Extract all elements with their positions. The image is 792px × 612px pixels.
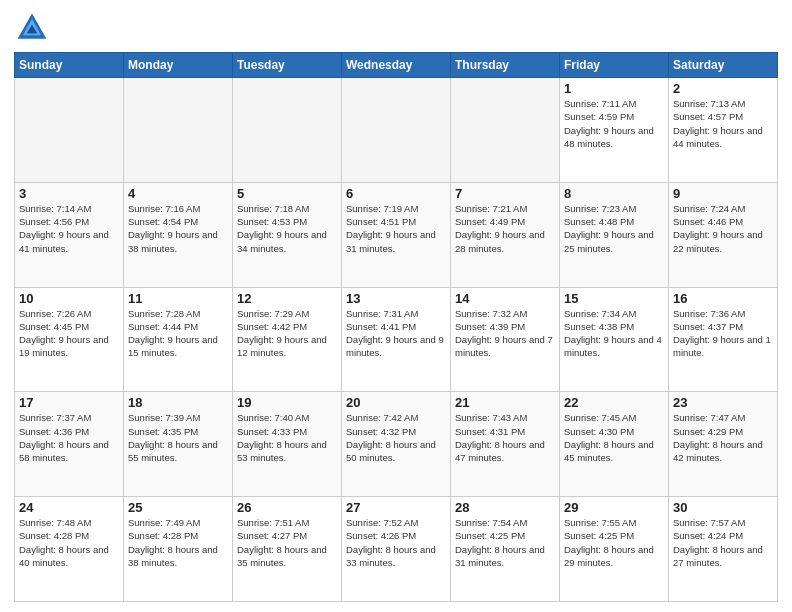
day-number: 8 — [564, 186, 664, 201]
day-info: Sunrise: 7:52 AM Sunset: 4:26 PM Dayligh… — [346, 516, 446, 569]
day-number: 17 — [19, 395, 119, 410]
calendar-cell: 23Sunrise: 7:47 AM Sunset: 4:29 PM Dayli… — [669, 392, 778, 497]
day-number: 29 — [564, 500, 664, 515]
calendar-cell: 16Sunrise: 7:36 AM Sunset: 4:37 PM Dayli… — [669, 287, 778, 392]
calendar-cell: 21Sunrise: 7:43 AM Sunset: 4:31 PM Dayli… — [451, 392, 560, 497]
day-number: 9 — [673, 186, 773, 201]
calendar-cell: 15Sunrise: 7:34 AM Sunset: 4:38 PM Dayli… — [560, 287, 669, 392]
calendar-cell: 7Sunrise: 7:21 AM Sunset: 4:49 PM Daylig… — [451, 182, 560, 287]
day-info: Sunrise: 7:34 AM Sunset: 4:38 PM Dayligh… — [564, 307, 664, 360]
day-info: Sunrise: 7:16 AM Sunset: 4:54 PM Dayligh… — [128, 202, 228, 255]
calendar-cell: 18Sunrise: 7:39 AM Sunset: 4:35 PM Dayli… — [124, 392, 233, 497]
calendar-cell: 10Sunrise: 7:26 AM Sunset: 4:45 PM Dayli… — [15, 287, 124, 392]
day-number: 11 — [128, 291, 228, 306]
day-info: Sunrise: 7:32 AM Sunset: 4:39 PM Dayligh… — [455, 307, 555, 360]
calendar-cell: 1Sunrise: 7:11 AM Sunset: 4:59 PM Daylig… — [560, 78, 669, 183]
day-number: 19 — [237, 395, 337, 410]
day-number: 12 — [237, 291, 337, 306]
calendar-cell: 12Sunrise: 7:29 AM Sunset: 4:42 PM Dayli… — [233, 287, 342, 392]
day-info: Sunrise: 7:29 AM Sunset: 4:42 PM Dayligh… — [237, 307, 337, 360]
day-number: 6 — [346, 186, 446, 201]
day-number: 1 — [564, 81, 664, 96]
calendar-cell: 3Sunrise: 7:14 AM Sunset: 4:56 PM Daylig… — [15, 182, 124, 287]
calendar-cell: 14Sunrise: 7:32 AM Sunset: 4:39 PM Dayli… — [451, 287, 560, 392]
day-number: 16 — [673, 291, 773, 306]
calendar-cell: 19Sunrise: 7:40 AM Sunset: 4:33 PM Dayli… — [233, 392, 342, 497]
calendar-cell: 9Sunrise: 7:24 AM Sunset: 4:46 PM Daylig… — [669, 182, 778, 287]
calendar-cell — [451, 78, 560, 183]
day-number: 13 — [346, 291, 446, 306]
day-number: 22 — [564, 395, 664, 410]
day-number: 23 — [673, 395, 773, 410]
day-number: 2 — [673, 81, 773, 96]
day-info: Sunrise: 7:13 AM Sunset: 4:57 PM Dayligh… — [673, 97, 773, 150]
day-number: 3 — [19, 186, 119, 201]
day-info: Sunrise: 7:31 AM Sunset: 4:41 PM Dayligh… — [346, 307, 446, 360]
header — [14, 10, 778, 46]
day-info: Sunrise: 7:37 AM Sunset: 4:36 PM Dayligh… — [19, 411, 119, 464]
calendar-cell: 27Sunrise: 7:52 AM Sunset: 4:26 PM Dayli… — [342, 497, 451, 602]
day-info: Sunrise: 7:48 AM Sunset: 4:28 PM Dayligh… — [19, 516, 119, 569]
calendar-cell: 13Sunrise: 7:31 AM Sunset: 4:41 PM Dayli… — [342, 287, 451, 392]
day-number: 28 — [455, 500, 555, 515]
day-number: 15 — [564, 291, 664, 306]
day-info: Sunrise: 7:11 AM Sunset: 4:59 PM Dayligh… — [564, 97, 664, 150]
day-info: Sunrise: 7:57 AM Sunset: 4:24 PM Dayligh… — [673, 516, 773, 569]
calendar-table: SundayMondayTuesdayWednesdayThursdayFrid… — [14, 52, 778, 602]
day-number: 5 — [237, 186, 337, 201]
day-number: 26 — [237, 500, 337, 515]
calendar-cell: 29Sunrise: 7:55 AM Sunset: 4:25 PM Dayli… — [560, 497, 669, 602]
day-header-saturday: Saturday — [669, 53, 778, 78]
day-info: Sunrise: 7:42 AM Sunset: 4:32 PM Dayligh… — [346, 411, 446, 464]
day-info: Sunrise: 7:19 AM Sunset: 4:51 PM Dayligh… — [346, 202, 446, 255]
day-info: Sunrise: 7:36 AM Sunset: 4:37 PM Dayligh… — [673, 307, 773, 360]
day-number: 30 — [673, 500, 773, 515]
day-info: Sunrise: 7:47 AM Sunset: 4:29 PM Dayligh… — [673, 411, 773, 464]
calendar-cell: 11Sunrise: 7:28 AM Sunset: 4:44 PM Dayli… — [124, 287, 233, 392]
calendar-cell — [233, 78, 342, 183]
day-header-tuesday: Tuesday — [233, 53, 342, 78]
calendar-cell: 2Sunrise: 7:13 AM Sunset: 4:57 PM Daylig… — [669, 78, 778, 183]
calendar-cell: 22Sunrise: 7:45 AM Sunset: 4:30 PM Dayli… — [560, 392, 669, 497]
day-info: Sunrise: 7:21 AM Sunset: 4:49 PM Dayligh… — [455, 202, 555, 255]
day-info: Sunrise: 7:51 AM Sunset: 4:27 PM Dayligh… — [237, 516, 337, 569]
calendar-cell: 20Sunrise: 7:42 AM Sunset: 4:32 PM Dayli… — [342, 392, 451, 497]
calendar-cell: 25Sunrise: 7:49 AM Sunset: 4:28 PM Dayli… — [124, 497, 233, 602]
calendar-cell — [15, 78, 124, 183]
day-number: 21 — [455, 395, 555, 410]
day-number: 4 — [128, 186, 228, 201]
day-info: Sunrise: 7:26 AM Sunset: 4:45 PM Dayligh… — [19, 307, 119, 360]
day-info: Sunrise: 7:18 AM Sunset: 4:53 PM Dayligh… — [237, 202, 337, 255]
day-info: Sunrise: 7:45 AM Sunset: 4:30 PM Dayligh… — [564, 411, 664, 464]
calendar-cell: 17Sunrise: 7:37 AM Sunset: 4:36 PM Dayli… — [15, 392, 124, 497]
day-info: Sunrise: 7:49 AM Sunset: 4:28 PM Dayligh… — [128, 516, 228, 569]
calendar-cell: 28Sunrise: 7:54 AM Sunset: 4:25 PM Dayli… — [451, 497, 560, 602]
day-header-sunday: Sunday — [15, 53, 124, 78]
day-info: Sunrise: 7:40 AM Sunset: 4:33 PM Dayligh… — [237, 411, 337, 464]
week-row-0: 1Sunrise: 7:11 AM Sunset: 4:59 PM Daylig… — [15, 78, 778, 183]
day-header-friday: Friday — [560, 53, 669, 78]
week-row-4: 24Sunrise: 7:48 AM Sunset: 4:28 PM Dayli… — [15, 497, 778, 602]
day-info: Sunrise: 7:23 AM Sunset: 4:48 PM Dayligh… — [564, 202, 664, 255]
page: SundayMondayTuesdayWednesdayThursdayFrid… — [0, 0, 792, 612]
day-info: Sunrise: 7:54 AM Sunset: 4:25 PM Dayligh… — [455, 516, 555, 569]
week-row-1: 3Sunrise: 7:14 AM Sunset: 4:56 PM Daylig… — [15, 182, 778, 287]
week-row-2: 10Sunrise: 7:26 AM Sunset: 4:45 PM Dayli… — [15, 287, 778, 392]
day-number: 10 — [19, 291, 119, 306]
day-header-monday: Monday — [124, 53, 233, 78]
logo — [14, 10, 56, 46]
calendar-cell: 30Sunrise: 7:57 AM Sunset: 4:24 PM Dayli… — [669, 497, 778, 602]
day-number: 25 — [128, 500, 228, 515]
calendar-cell: 26Sunrise: 7:51 AM Sunset: 4:27 PM Dayli… — [233, 497, 342, 602]
calendar-header-row: SundayMondayTuesdayWednesdayThursdayFrid… — [15, 53, 778, 78]
calendar-cell: 4Sunrise: 7:16 AM Sunset: 4:54 PM Daylig… — [124, 182, 233, 287]
day-number: 24 — [19, 500, 119, 515]
calendar-cell: 5Sunrise: 7:18 AM Sunset: 4:53 PM Daylig… — [233, 182, 342, 287]
calendar-cell: 6Sunrise: 7:19 AM Sunset: 4:51 PM Daylig… — [342, 182, 451, 287]
calendar-cell — [342, 78, 451, 183]
day-info: Sunrise: 7:39 AM Sunset: 4:35 PM Dayligh… — [128, 411, 228, 464]
calendar-cell: 24Sunrise: 7:48 AM Sunset: 4:28 PM Dayli… — [15, 497, 124, 602]
day-info: Sunrise: 7:55 AM Sunset: 4:25 PM Dayligh… — [564, 516, 664, 569]
day-number: 27 — [346, 500, 446, 515]
day-number: 14 — [455, 291, 555, 306]
